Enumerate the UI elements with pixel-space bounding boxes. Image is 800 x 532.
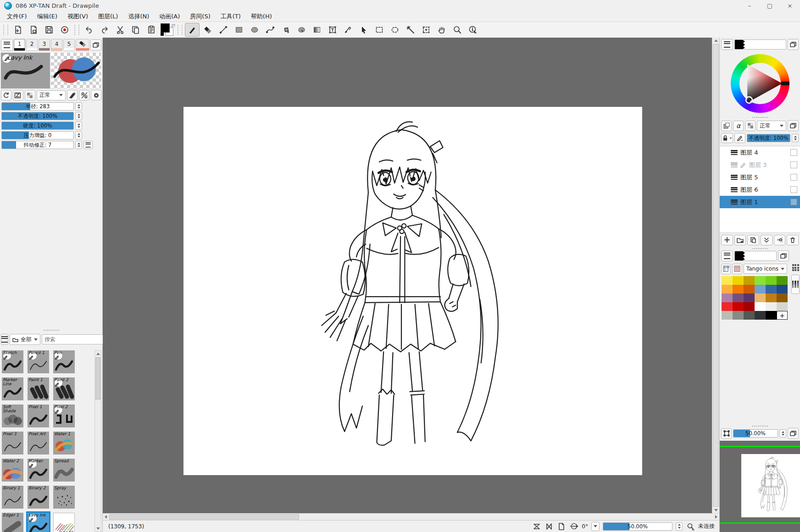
brush-slider-0[interactable]: 半径: 283 [1,102,74,111]
rectangle-tool-button[interactable] [232,23,246,37]
layer-checkbox[interactable] [790,186,797,193]
brush-preset-marker[interactable]: Marker [28,459,49,482]
cut-button[interactable] [113,23,128,37]
brush-slider-4[interactable]: 抖动修正: 7 [1,141,74,149]
menu-item-0[interactable]: 文件(F) [2,11,32,22]
preset-scrollbar-thumb[interactable] [95,357,100,399]
palette-collapse-button[interactable] [791,275,800,294]
palette-swatch-4e9a06[interactable] [777,276,788,285]
palette-swatch-ffffff[interactable] [755,302,766,311]
canvas[interactable] [183,107,642,475]
palette-swatch-204a87[interactable] [777,285,788,294]
brush-preset-pixel-2[interactable]: Pixel 2 [53,405,75,427]
add-color-swatch-button[interactable]: + [777,311,788,320]
brush-preset-soft-shade[interactable]: Soft Shade [2,405,23,427]
navigator-detach-button[interactable] [788,428,799,439]
brush-slider-3[interactable]: 压力增益: 0 [1,131,74,139]
canvas-horizontal-scrollbar[interactable] [103,513,719,520]
palette-swatch-5c3566[interactable] [744,294,755,302]
maximize-button[interactable]: ▢ [760,0,780,11]
scroll-down-arrow[interactable] [712,507,719,513]
pointer-tool-button[interactable] [356,23,371,37]
brush-slider-2[interactable]: 硬度: 100% [1,122,74,130]
save-button[interactable] [42,23,56,37]
open-file-button[interactable] [26,23,41,37]
foreground-color-swatch[interactable] [161,23,170,33]
palette-swatch-8ae234[interactable] [755,276,766,285]
layer-opacity-icon-button[interactable] [721,121,732,131]
brush-slot-tab-5[interactable]: 5 [63,39,75,51]
scroll-left-arrow[interactable] [103,514,109,520]
brush-preset-spray[interactable]: Spray [53,486,75,509]
navigator-frame-button[interactable] [721,428,732,439]
palette-swatch-c4a000[interactable] [744,276,755,285]
pen-tool-button[interactable] [341,23,356,37]
palette-menu-button[interactable] [721,250,733,261]
toolbar-grip[interactable] [3,25,8,35]
current-color-swatch[interactable] [735,40,745,49]
layer-checkbox[interactable] [790,149,797,156]
brush-slot-tab-2[interactable]: 2 [26,39,38,51]
brush-tool-button[interactable] [185,23,200,37]
delete-layer-button[interactable] [787,235,799,245]
flip-horizontal-icon[interactable] [544,522,554,531]
rotation-reset-icon[interactable] [569,522,578,531]
brush-slider-1[interactable]: 不透明度: 100% [1,112,74,120]
pan-tool-button[interactable] [434,23,449,37]
foreground-background-color-swatch[interactable]: ⇄ [160,23,175,36]
layer-opacity-spinner[interactable] [792,134,799,142]
eraser-mode-button[interactable] [67,90,78,100]
pressure-sensitivity-button[interactable] [13,90,23,100]
redo-button[interactable] [97,23,112,37]
brush-blend-mode-dropdown[interactable]: 正常 [37,90,66,100]
flip-vertical-icon[interactable] [532,522,541,531]
palette-swatch-8f5902[interactable] [777,294,788,302]
palette-detach-button[interactable] [778,250,789,261]
brush-preset-binary-2[interactable]: Binary 2 [28,486,49,509]
toolbar-grip[interactable] [74,25,79,35]
palette-select-dropdown[interactable]: Tango icons [744,264,787,274]
slider-menu-button[interactable] [83,141,93,149]
palette-swatch-ce5c00[interactable] [744,285,755,294]
layer-opacity-slider[interactable]: 不透明度: 100% [747,134,790,142]
color-dock-detach-button[interactable] [788,39,799,50]
toolbar-grip[interactable] [178,25,183,35]
rotation-dropdown-button[interactable] [591,522,600,531]
close-button[interactable]: × [780,0,800,11]
menu-item-6[interactable]: 房间(S) [185,11,215,22]
dock-resize-handle[interactable] [0,329,102,331]
brush-slot-tab-4[interactable]: 4 [51,39,62,51]
palette-swatch-c17d11[interactable] [766,294,777,302]
brush-preset-binary-1[interactable]: Binary 1 [2,486,23,509]
zoom-slider[interactable]: 50.00% [603,522,672,531]
brush-slider-spinner-3[interactable] [75,131,82,139]
background-checker-button[interactable] [25,90,35,100]
fill-tool-button[interactable] [278,23,293,37]
layer-blend-mode-dropdown[interactable]: 正常 [757,121,786,131]
merge-down-button[interactable] [761,235,772,245]
brush-slider-spinner-1[interactable] [75,112,82,120]
preset-menu-button[interactable] [1,334,8,345]
menu-item-1[interactable]: 编辑(E) [32,11,62,22]
hue-marker[interactable] [781,82,789,85]
layer-sketch-mode-button[interactable] [734,133,745,143]
scroll-right-arrow[interactable] [713,514,719,520]
horizontal-scrollbar-thumb[interactable] [109,514,299,520]
smudge-tool-button[interactable] [294,23,309,37]
palette-swatch-fcaf3e[interactable] [722,285,733,294]
scroll-down-arrow[interactable] [95,526,101,532]
palette-swatch-cc0000[interactable] [733,302,744,311]
brush-slider-spinner-0[interactable] [75,102,82,111]
layer-checker-button[interactable] [745,121,756,131]
lasso-select-tool-button[interactable] [388,23,402,37]
line-tool-button[interactable] [216,23,231,37]
navigator-zoom-slider[interactable]: 50.00% [733,429,778,438]
palette-swatch-a40000[interactable] [744,302,755,311]
palette-swatch-73d216[interactable] [766,276,777,285]
brush-slider-spinner-2[interactable] [75,122,82,130]
menu-item-2[interactable]: 视图(V) [62,11,93,22]
canvas-background-icon[interactable] [557,522,566,531]
brush-preset-pencil[interactable]: pencil [53,513,75,532]
rectangle-select-tool-button[interactable] [372,23,387,37]
dock-resize-handle[interactable] [720,425,800,427]
